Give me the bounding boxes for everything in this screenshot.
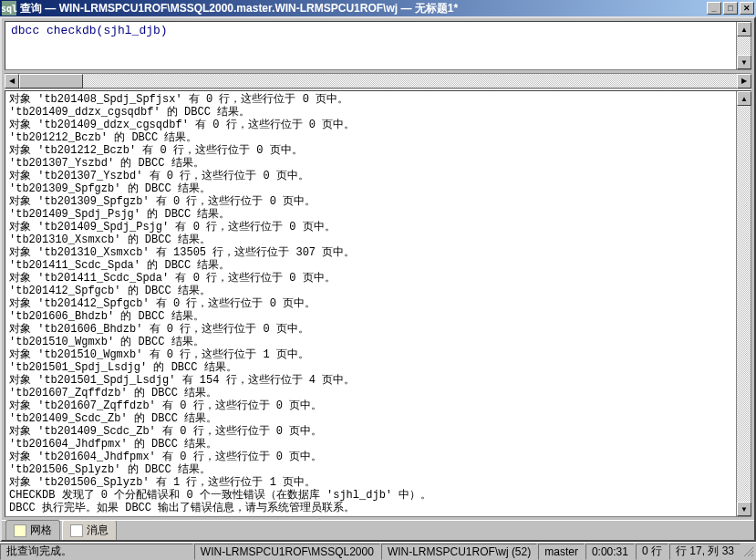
scroll-left-icon[interactable]: ◀ [5, 74, 19, 88]
status-elapsed: 0:00:31 [585, 544, 635, 560]
resize-grip[interactable] [741, 544, 756, 559]
title-bar: sql 查询 — WIN-LRMSPCU1ROF\MSSQL2000.maste… [0, 0, 756, 16]
results-pane: 对象 'tb201408_Spdj_Spfjsx' 有 0 行，这些行位于 0 … [5, 90, 751, 517]
status-user: WIN-LRMSPCU1ROF\wj (52) [381, 544, 537, 560]
status-database: master [538, 544, 585, 560]
scroll-track[interactable] [19, 74, 737, 88]
scroll-up-icon[interactable]: ▲ [737, 22, 751, 36]
tab-messages-label: 消息 [87, 523, 109, 538]
results-text[interactable]: 对象 'tb201408_Spdj_Spfjsx' 有 0 行，这些行位于 0 … [5, 91, 736, 516]
scroll-down-icon[interactable]: ▼ [737, 502, 751, 516]
tab-grid[interactable]: 网格 [5, 520, 60, 540]
scroll-up-icon[interactable]: ▲ [737, 91, 751, 106]
status-cursor-position: 行 17, 列 33 [669, 544, 740, 560]
maximize-button[interactable]: □ [723, 2, 738, 15]
query-editor-pane[interactable]: dbcc checkdb(sjhl_djb) ▲ ▼ [5, 21, 751, 70]
app-icon: sql [2, 1, 16, 16]
scroll-thumb[interactable] [19, 74, 83, 88]
scroll-track[interactable] [737, 36, 751, 55]
minimize-button[interactable]: _ [707, 2, 721, 15]
grid-icon [14, 524, 26, 537]
scroll-track[interactable] [737, 106, 751, 502]
query-text[interactable]: dbcc checkdb(sjhl_djb) [5, 22, 736, 69]
scroll-down-icon[interactable]: ▼ [737, 55, 751, 69]
tab-grid-label: 网格 [30, 523, 52, 538]
close-button[interactable]: ✕ [740, 2, 754, 15]
status-message: 批查询完成。 [0, 544, 193, 560]
status-bar: 批查询完成。 WIN-LRMSPCU1ROF\MSSQL2000 WIN-LRM… [0, 542, 756, 560]
tab-messages[interactable]: 消息 [62, 520, 117, 540]
scroll-right-icon[interactable]: ▶ [737, 74, 751, 88]
query-horizontal-scrollbar[interactable]: ◀ ▶ [5, 73, 751, 88]
results-vertical-scrollbar[interactable]: ▲ ▼ [736, 91, 751, 516]
results-tabs: 网格 消息 [2, 520, 754, 540]
status-rows: 0 行 [636, 544, 668, 560]
status-server: WIN-LRMSPCU1ROF\MSSQL2000 [194, 544, 380, 560]
window-title: 查询 — WIN-LRMSPCU1ROF\MSSQL2000.master.WI… [20, 1, 707, 16]
messages-icon [70, 524, 83, 537]
query-vertical-scrollbar[interactable]: ▲ ▼ [736, 22, 751, 69]
